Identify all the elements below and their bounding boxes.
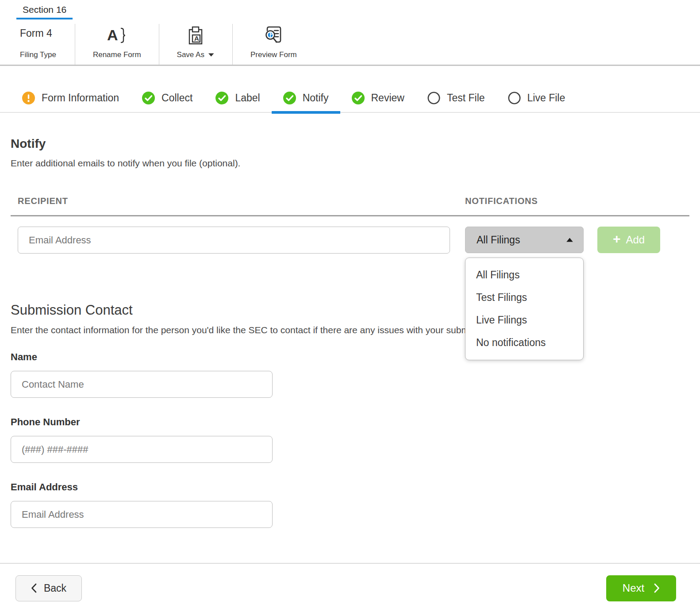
contact-email-label: Email Address [11, 481, 689, 493]
contact-name-input[interactable] [11, 371, 273, 398]
contact-phone-group: Phone Number [11, 416, 689, 463]
check-icon [352, 92, 365, 104]
step-review[interactable]: Review [340, 92, 416, 114]
step-label: Review [371, 92, 404, 104]
add-recipient-button[interactable]: + Add [597, 227, 660, 253]
back-button[interactable]: Back [15, 575, 82, 601]
contact-phone-label: Phone Number [11, 416, 689, 428]
step-label: Notify [303, 92, 329, 104]
back-button-label: Back [44, 582, 66, 594]
step-label: Live File [527, 92, 565, 104]
caret-down-icon [208, 53, 215, 57]
rename-form-label: Rename Form [93, 50, 141, 59]
save-as-label: Save As [177, 50, 204, 59]
chevron-left-icon [31, 583, 37, 593]
add-button-label: Add [626, 234, 645, 246]
next-button-label: Next [623, 582, 644, 594]
step-notify[interactable]: Notify [272, 92, 340, 114]
recipient-table-header: RECIPIENT NOTIFICATIONS [11, 196, 689, 216]
step-live-file[interactable]: Live File [496, 92, 577, 114]
dropdown-option-no-notifications[interactable]: No notifications [465, 331, 583, 354]
plus-icon: + [613, 239, 621, 241]
notifications-select[interactable]: All Filings [465, 227, 584, 253]
column-header-notifications: NOTIFICATIONS [465, 196, 538, 206]
filing-type-label: Filing Type [20, 50, 56, 59]
step-label: Test File [447, 92, 485, 104]
warning-icon [22, 92, 35, 104]
empty-circle-icon [427, 92, 440, 104]
toolbar: Form 4 Filing Type A Rename Form A [0, 24, 700, 65]
page-title: Notify [11, 137, 689, 151]
main-content: Notify Enter additional emails to notify… [0, 137, 700, 528]
caret-up-icon [566, 237, 573, 243]
wizard-footer: Back Next [0, 563, 700, 616]
dropdown-option-test-filings[interactable]: Test Filings [465, 286, 583, 309]
svg-text:A: A [107, 27, 118, 43]
notifications-dropdown-menu: All Filings Test Filings Live Filings No… [465, 258, 584, 360]
rename-form-button[interactable]: A Rename Form [75, 24, 159, 65]
step-label: Form Information [42, 92, 119, 104]
dropdown-option-live-filings[interactable]: Live Filings [465, 309, 583, 331]
check-icon [142, 92, 155, 104]
save-as-icon: A [186, 25, 205, 46]
step-form-information[interactable]: Form Information [11, 92, 131, 114]
contact-email-group: Email Address [11, 481, 689, 528]
notify-description: Enter additional emails to notify when y… [11, 158, 689, 169]
submission-contact-description: Enter the contact information for the pe… [11, 325, 689, 335]
step-label: Collect [162, 92, 192, 104]
column-header-recipient: RECIPIENT [18, 196, 465, 206]
check-icon [283, 92, 296, 104]
preview-form-icon [263, 25, 284, 46]
chevron-right-icon [654, 583, 660, 593]
step-label[interactable]: Label [204, 92, 271, 114]
notifications-select-wrap: All Filings All Filings Test Filings Liv… [465, 227, 584, 254]
step-label: Label [235, 92, 260, 104]
submission-contact-title: Submission Contact [11, 302, 689, 318]
empty-circle-icon [508, 92, 521, 104]
dropdown-option-all-filings[interactable]: All Filings [465, 264, 583, 286]
next-button[interactable]: Next [606, 575, 676, 601]
svg-text:A: A [194, 35, 199, 42]
contact-phone-input[interactable] [11, 436, 273, 463]
app-header: Section 16 Form 4 Filing Type A Rename F… [0, 0, 700, 66]
contact-name-label: Name [11, 351, 689, 363]
tab-section-16[interactable]: Section 16 [16, 3, 73, 19]
check-icon [215, 92, 228, 104]
top-navigation: Section 16 [0, 3, 700, 19]
contact-email-input[interactable] [11, 501, 273, 528]
filing-type-info: Form 4 Filing Type [0, 24, 75, 65]
filing-type-value: Form 4 [20, 25, 52, 39]
save-as-button[interactable]: A Save As [159, 24, 233, 65]
recipient-row: All Filings All Filings Test Filings Liv… [11, 227, 689, 254]
preview-form-label: Preview Form [250, 50, 297, 59]
step-test-file[interactable]: Test File [416, 92, 496, 114]
notifications-select-value: All Filings [477, 234, 520, 246]
wizard-steps: Form Information Collect Label Notify Re… [0, 92, 700, 113]
preview-form-button[interactable]: Preview Form [233, 24, 315, 65]
contact-name-group: Name [11, 351, 689, 398]
rename-icon: A [106, 25, 127, 46]
step-collect[interactable]: Collect [131, 92, 204, 114]
recipient-email-input[interactable] [18, 227, 450, 254]
